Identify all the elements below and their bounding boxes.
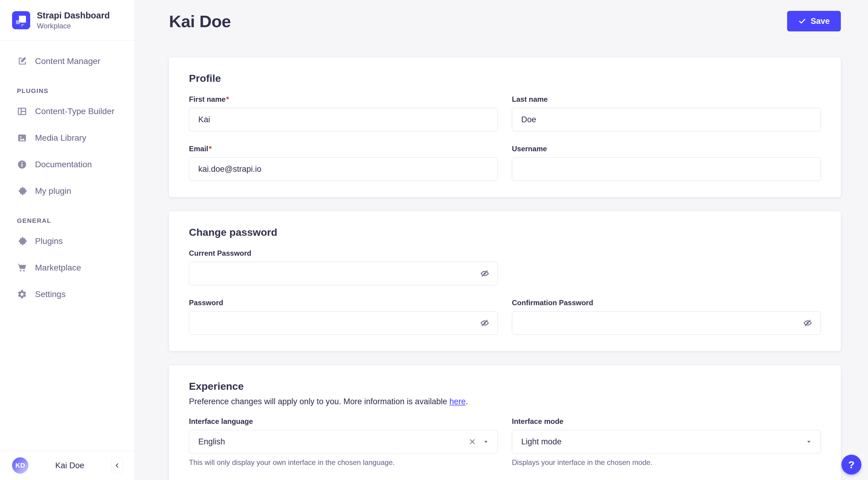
profile-card-title: Profile (189, 72, 821, 84)
username-field: Username (512, 145, 821, 181)
description-text: . (466, 397, 468, 406)
content-type-builder-icon (17, 106, 27, 117)
email-label: Email* (189, 145, 498, 153)
experience-description: Preference changes will apply only to yo… (189, 397, 821, 406)
label-text: Confirmation Password (512, 299, 593, 307)
selected-language: English (198, 437, 468, 447)
toggle-password-visibility-button[interactable] (478, 267, 491, 280)
interface-mode-hint: Displays your interface in the chosen mo… (512, 458, 821, 467)
interface-language-field: Interface language English (189, 417, 498, 467)
current-password-label: Current Password (189, 249, 498, 258)
strapi-logo-icon (12, 11, 30, 29)
user-name: Kai Doe (28, 461, 111, 470)
main-content: Kai Doe Save Profile First name* (135, 0, 868, 480)
interface-language-hint: This will only display your own interfac… (189, 458, 498, 467)
confirm-password-field: Confirmation Password (512, 299, 821, 335)
sidebar-item-label: Plugins (35, 236, 63, 246)
interface-mode-label: Interface mode (512, 417, 821, 426)
toggle-password-visibility-button[interactable] (478, 317, 491, 330)
sidebar-item-my-plugin[interactable]: My plugin (0, 178, 134, 204)
gear-icon (17, 289, 27, 299)
sidebar-item-media-library[interactable]: Media Library (0, 125, 134, 151)
new-password-label: Password (189, 299, 498, 307)
clear-selection-icon[interactable] (468, 438, 476, 446)
sidebar-section-plugins: PLUGINS (0, 87, 134, 94)
collapse-sidebar-button[interactable] (111, 458, 123, 473)
media-library-icon (17, 133, 27, 143)
workspace-header[interactable]: Strapi Dashboard Workplace (0, 0, 134, 41)
first-name-label: First name* (189, 95, 498, 103)
workspace-name: Workplace (37, 22, 110, 30)
email-input[interactable] (189, 157, 498, 181)
save-button[interactable]: Save (787, 11, 841, 31)
caret-down-icon (483, 439, 489, 444)
check-icon (798, 17, 806, 25)
toggle-password-visibility-button[interactable] (801, 317, 814, 330)
sidebar-item-settings[interactable]: Settings (0, 281, 134, 308)
sidebar-item-marketplace[interactable]: Marketplace (0, 254, 134, 281)
experience-card: Experience Preference changes will apply… (169, 365, 841, 480)
label-text: Interface language (189, 417, 253, 426)
puzzle-icon (17, 236, 27, 246)
page-title: Kai Doe (169, 11, 231, 31)
caret-down-icon (806, 439, 812, 444)
cart-icon (17, 263, 27, 273)
last-name-input[interactable] (512, 108, 821, 131)
interface-mode-field: Interface mode Light mode Displays your … (512, 417, 821, 467)
save-button-label: Save (811, 17, 830, 26)
profile-fields: First name* Last name Em (189, 95, 821, 181)
password-fields: Current Password (189, 249, 821, 335)
chevron-left-icon (114, 462, 120, 469)
description-text: Preference changes will apply only to yo… (189, 397, 450, 406)
content-manager-icon (17, 56, 27, 66)
email-field: Email* (189, 145, 498, 181)
eye-off-icon (480, 269, 490, 278)
confirm-password-input[interactable] (512, 311, 821, 335)
sidebar: Strapi Dashboard Workplace Content Manag… (0, 0, 135, 480)
label-text: First name (189, 95, 225, 103)
current-password-input[interactable] (189, 262, 498, 285)
page-header: Kai Doe Save (169, 11, 841, 31)
app-title: Strapi Dashboard (37, 10, 110, 21)
selected-mode: Light mode (521, 437, 806, 447)
profile-card: Profile First name* Last name (169, 57, 841, 197)
last-name-field: Last name (512, 95, 821, 131)
interface-mode-select[interactable]: Light mode (512, 430, 821, 453)
eye-off-icon (480, 318, 490, 328)
more-information-link[interactable]: here (450, 397, 466, 406)
interface-language-select[interactable]: English (189, 430, 498, 453)
username-input[interactable] (512, 157, 821, 181)
new-password-input[interactable] (189, 311, 498, 335)
sidebar-footer: KD Kai Doe (0, 451, 134, 480)
new-password-field: Password (189, 299, 498, 335)
puzzle-icon (17, 186, 27, 196)
sidebar-item-label: Media Library (35, 133, 86, 143)
last-name-label: Last name (512, 95, 821, 103)
change-password-card: Change password Current Password (169, 211, 841, 351)
documentation-icon (17, 159, 27, 170)
sidebar-item-label: Documentation (35, 160, 92, 169)
sidebar-item-content-manager[interactable]: Content Manager (0, 48, 134, 74)
sidebar-item-plugins[interactable]: Plugins (0, 228, 134, 254)
sidebar-section-general: GENERAL (0, 217, 134, 224)
sidebar-item-label: Content-Type Builder (35, 107, 114, 116)
experience-fields: Interface language English (189, 417, 821, 467)
label-text: Username (512, 145, 547, 153)
first-name-input[interactable] (189, 108, 498, 131)
sidebar-item-content-type-builder[interactable]: Content-Type Builder (0, 98, 134, 125)
app-root: Strapi Dashboard Workplace Content Manag… (0, 0, 868, 480)
brand-text: Strapi Dashboard Workplace (37, 10, 110, 30)
interface-language-label: Interface language (189, 417, 498, 426)
sidebar-nav: Content Manager PLUGINS Content-Type Bui… (0, 41, 134, 451)
sidebar-item-label: Settings (35, 290, 65, 299)
sidebar-item-documentation[interactable]: Documentation (0, 151, 134, 178)
help-button[interactable]: ? (841, 455, 861, 475)
label-text: Current Password (189, 249, 251, 258)
current-password-field: Current Password (189, 249, 498, 285)
sidebar-item-label: Marketplace (35, 263, 81, 273)
label-text: Last name (512, 95, 548, 103)
sidebar-item-label: Content Manager (35, 56, 100, 66)
sidebar-item-label: My plugin (35, 186, 71, 196)
first-name-field: First name* (189, 95, 498, 131)
change-password-title: Change password (189, 227, 821, 238)
